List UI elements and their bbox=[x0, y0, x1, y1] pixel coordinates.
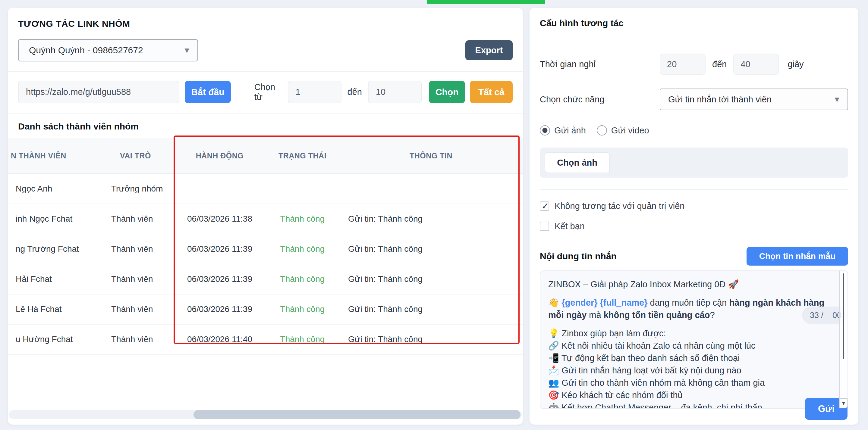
table-row: Lê Hà FchatThành viên06/03/2026 11:39Thà… bbox=[8, 294, 523, 324]
member-list-title: Danh sách thành viên nhóm bbox=[18, 113, 513, 132]
cell-action bbox=[174, 174, 266, 204]
message-text: ZINBOX – Giải pháp Zalo Inbox Marketing … bbox=[548, 278, 835, 409]
table-row: Hải FchatThành viên06/03/2026 11:39Thành… bbox=[8, 264, 523, 294]
col-header-action: HÀNH ĐỘNG bbox=[174, 138, 266, 174]
chevron-down-icon: ▼ bbox=[183, 46, 191, 55]
group-link-input[interactable] bbox=[18, 81, 179, 103]
message-content-label: Nội dung tin nhắn bbox=[540, 251, 617, 261]
rest-time-unit: giây bbox=[787, 59, 804, 69]
checkbox-add-friend[interactable] bbox=[540, 222, 549, 231]
cell-status: Thành công bbox=[266, 204, 339, 234]
cell-action: 06/03/2026 11:38 bbox=[174, 204, 266, 234]
rest-time-from-input[interactable] bbox=[660, 54, 706, 75]
cell-info: Gửi tin: Thành công bbox=[339, 294, 523, 324]
table-row: u Hường FchatThành viên06/03/2026 11:40T… bbox=[8, 324, 523, 355]
member-table: N THÀNH VIÊN VAI TRÒ HÀNH ĐỘNG TRẠNG THÁ… bbox=[8, 138, 523, 355]
message-content-textarea[interactable]: ZINBOX – Giải pháp Zalo Inbox Marketing … bbox=[540, 270, 848, 409]
rest-time-to-label: đến bbox=[712, 59, 727, 69]
account-select[interactable]: Quỳnh Quỳnh - 0986527672 ▼ bbox=[18, 39, 198, 61]
cell-role: Trưởng nhóm bbox=[97, 174, 174, 204]
cell-role: Thành viên bbox=[97, 204, 174, 234]
image-picker-box: Chọn ảnh bbox=[540, 147, 848, 178]
radio-send-image[interactable] bbox=[540, 125, 550, 135]
divider bbox=[8, 71, 523, 72]
member-table-body: Ngọc AnhTrưởng nhóminh Ngọc FchatThành v… bbox=[8, 174, 523, 355]
choose-template-button[interactable]: Chọn tin nhắn mẫu bbox=[747, 247, 848, 266]
col-header-info: THÔNG TIN bbox=[339, 138, 523, 174]
rest-time-label: Thời gian nghỉ bbox=[540, 59, 660, 69]
top-progress-bar bbox=[427, 0, 545, 4]
interaction-config-panel: Cấu hình tương tác Thời gian nghỉ đến gi… bbox=[530, 8, 858, 425]
horizontal-scrollbar-thumb[interactable] bbox=[193, 410, 521, 419]
checkbox-add-friend-label: Kết bạn bbox=[555, 221, 585, 231]
cell-name: ng Trường Fchat bbox=[8, 234, 97, 264]
table-row: ng Trường FchatThành viên06/03/2026 11:3… bbox=[8, 234, 523, 264]
checkbox-skip-admins-label: Không tương tác với quản trị viên bbox=[555, 201, 684, 211]
function-label: Chọn chức năng bbox=[540, 95, 660, 104]
cell-status bbox=[266, 174, 339, 204]
range-to-input[interactable] bbox=[368, 81, 422, 103]
vertical-scrollbar-thumb[interactable] bbox=[843, 273, 844, 359]
group-link-interaction-panel: TƯƠNG TÁC LINK NHÓM Quỳnh Quỳnh - 098652… bbox=[8, 8, 523, 425]
choose-range-button[interactable]: Chọn bbox=[429, 81, 465, 103]
function-select-value: Gửi tin nhắn tới thành viên bbox=[668, 95, 772, 104]
cell-role: Thành viên bbox=[97, 264, 174, 294]
select-all-button[interactable]: Tất cả bbox=[470, 81, 513, 103]
cell-info: Gửi tin: Thành công bbox=[339, 264, 523, 294]
radio-send-video[interactable] bbox=[597, 125, 607, 135]
cell-name: inh Ngọc Fchat bbox=[8, 204, 97, 234]
cell-status: Thành công bbox=[266, 234, 339, 264]
cell-name: Lê Hà Fchat bbox=[8, 294, 97, 324]
cell-role: Thành viên bbox=[97, 324, 174, 355]
cell-name: Hải Fchat bbox=[8, 264, 97, 294]
table-header-row: N THÀNH VIÊN VAI TRÒ HÀNH ĐỘNG TRẠNG THÁ… bbox=[8, 138, 523, 174]
horizontal-scrollbar-track[interactable] bbox=[9, 410, 522, 419]
cell-role: Thành viên bbox=[97, 294, 174, 324]
radio-send-image-label: Gửi ảnh bbox=[554, 126, 586, 135]
config-title: Cấu hình tương tác bbox=[540, 8, 848, 28]
cell-status: Thành công bbox=[266, 294, 339, 324]
col-header-role: VAI TRÒ bbox=[97, 138, 174, 174]
cell-action: 06/03/2026 11:40 bbox=[174, 324, 266, 355]
range-to-label: đến bbox=[347, 87, 362, 97]
account-select-value: Quỳnh Quỳnh - 0986527672 bbox=[29, 45, 143, 56]
radio-send-video-label: Gửi video bbox=[611, 126, 649, 135]
vertical-scrollbar-track[interactable]: ▼ bbox=[839, 271, 847, 408]
cell-action: 06/03/2026 11:39 bbox=[174, 234, 266, 264]
cell-action: 06/03/2026 11:39 bbox=[174, 264, 266, 294]
cell-name: u Hường Fchat bbox=[8, 324, 97, 355]
cell-role: Thành viên bbox=[97, 234, 174, 264]
rest-time-to-input[interactable] bbox=[733, 54, 779, 75]
cell-info: Gửi tin: Thành công bbox=[339, 204, 523, 234]
function-select[interactable]: Gửi tin nhắn tới thành viên ▼ bbox=[660, 89, 848, 110]
export-button[interactable]: Export bbox=[465, 40, 513, 60]
range-from-input[interactable] bbox=[288, 81, 341, 103]
cell-name: Ngọc Anh bbox=[8, 174, 97, 204]
chevron-down-icon: ▼ bbox=[833, 95, 841, 104]
divider bbox=[540, 40, 848, 40]
cell-info bbox=[339, 174, 523, 204]
divider bbox=[540, 189, 848, 190]
choose-image-button[interactable]: Chọn ảnh bbox=[545, 152, 610, 173]
col-header-member-name: N THÀNH VIÊN bbox=[8, 138, 97, 174]
table-row: inh Ngọc FchatThành viên06/03/2026 11:38… bbox=[8, 204, 523, 234]
cell-action: 06/03/2026 11:39 bbox=[174, 294, 266, 324]
start-button[interactable]: Bắt đầu bbox=[185, 81, 230, 103]
table-row: Ngọc AnhTrưởng nhóm bbox=[8, 174, 523, 204]
cell-status: Thành công bbox=[266, 264, 339, 294]
cell-info: Gửi tin: Thành công bbox=[339, 324, 523, 355]
range-from-label: Chọn từ bbox=[254, 82, 282, 102]
scroll-down-arrow[interactable]: ▼ bbox=[840, 398, 847, 408]
checkbox-skip-admins[interactable] bbox=[540, 201, 549, 211]
col-header-status: TRẠNG THÁI bbox=[266, 138, 339, 174]
panel-title: TƯƠNG TÁC LINK NHÓM bbox=[18, 8, 513, 29]
cell-info: Gửi tin: Thành công bbox=[339, 234, 523, 264]
cell-status: Thành công bbox=[266, 324, 339, 355]
